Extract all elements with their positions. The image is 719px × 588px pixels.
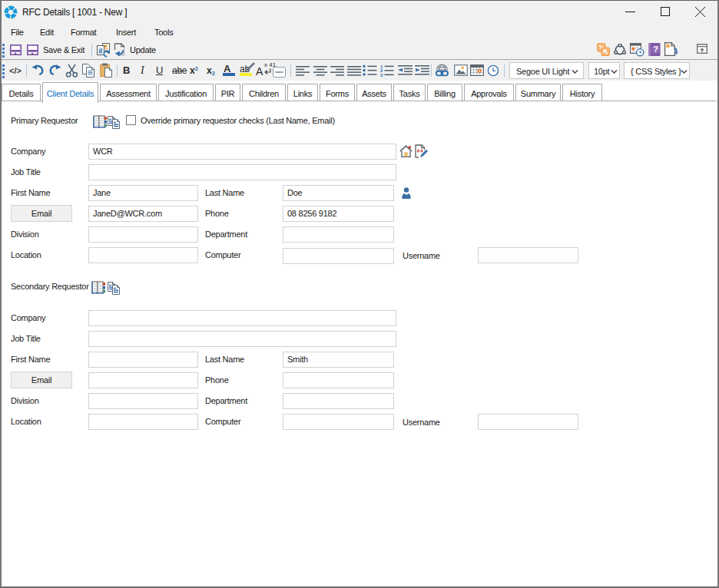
svg-text:3: 3 xyxy=(380,73,383,78)
svg-text:?: ? xyxy=(653,45,658,54)
